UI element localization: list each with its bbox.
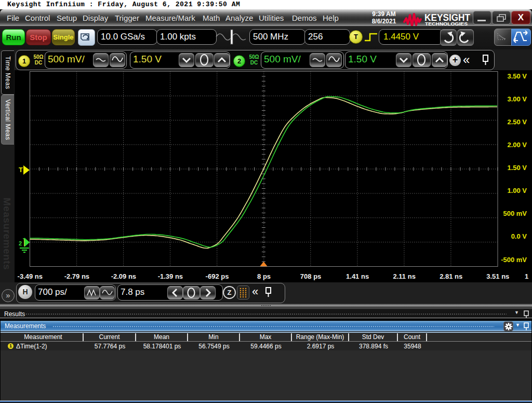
svg-text:2.81 ns: 2.81 ns <box>440 272 462 280</box>
svg-text:1.00 V: 1.00 V <box>507 187 527 194</box>
svg-text:1: 1 <box>525 272 528 280</box>
svg-text:-500 mV: -500 mV <box>501 256 527 264</box>
svg-text:2.50 V: 2.50 V <box>507 118 527 126</box>
svg-text:-1.39 ns: -1.39 ns <box>158 272 183 280</box>
svg-text:-2.79 ns: -2.79 ns <box>64 272 89 280</box>
svg-text:500 mV: 500 mV <box>503 210 527 217</box>
svg-text:1.41 ns: 1.41 ns <box>346 272 369 280</box>
svg-text:0.0 V: 0.0 V <box>511 232 527 240</box>
svg-text:2.11 ns: 2.11 ns <box>393 272 416 280</box>
svg-text:1.50 V: 1.50 V <box>507 164 527 172</box>
svg-text:3.50 V: 3.50 V <box>507 72 527 80</box>
svg-text:8 ps: 8 ps <box>257 272 271 280</box>
svg-text:3.00 V: 3.00 V <box>507 95 527 103</box>
svg-text:3.51 ns: 3.51 ns <box>486 272 509 280</box>
svg-text:-2.09 ns: -2.09 ns <box>111 272 136 280</box>
svg-text:-3.49 ns: -3.49 ns <box>18 272 43 280</box>
svg-text:-692 ps: -692 ps <box>206 272 229 280</box>
svg-text:708 ps: 708 ps <box>300 272 321 280</box>
svg-text:T: T <box>19 166 23 174</box>
svg-text:2: 2 <box>19 240 22 246</box>
svg-text:2.00 V: 2.00 V <box>507 141 527 149</box>
